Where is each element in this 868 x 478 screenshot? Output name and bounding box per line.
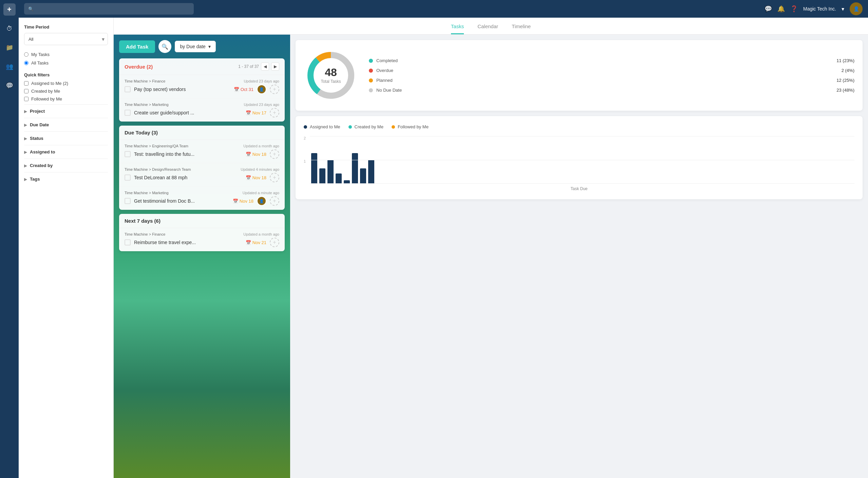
- search-bar[interactable]: 🔍: [24, 3, 194, 15]
- company-name: Magic Tech Inc.: [803, 6, 836, 12]
- help-icon[interactable]: ❓: [790, 5, 798, 13]
- task-content: Add Task 🔍 by Due date ▾: [114, 35, 290, 261]
- task-item: Time Machine > Finance Updated 23 days a…: [119, 75, 285, 98]
- due-date-text: Nov 21: [252, 240, 266, 245]
- top-bar: 🔍 💬 🔔 ❓ Magic Tech Inc. ▾ 👤: [19, 0, 868, 18]
- created-by-me-filter[interactable]: Created by Me: [24, 89, 108, 94]
- due-date-text: Nov 18: [252, 152, 266, 157]
- stats-column: 48 Total Tasks Completed 11 (23%): [290, 35, 868, 478]
- task-checkbox[interactable]: [125, 174, 131, 181]
- gridline-bottom: [310, 183, 854, 184]
- task-name: Test: travelling into the futu...: [134, 151, 242, 157]
- people-icon[interactable]: 👥: [3, 60, 16, 73]
- search-tasks-button[interactable]: 🔍: [158, 40, 171, 53]
- task-item: Time Machine > Marketing Updated 23 days…: [119, 98, 285, 122]
- created-by-me-checkbox[interactable]: [24, 89, 29, 93]
- assigned-to-filter-section[interactable]: ▶ Assigned to: [24, 145, 108, 159]
- task-toolbar: Add Task 🔍 by Due date ▾: [119, 40, 285, 53]
- assignee-placeholder[interactable]: +: [270, 196, 279, 206]
- time-period-label: Time Period: [24, 24, 108, 30]
- add-button[interactable]: +: [3, 3, 16, 16]
- tags-filter-label: Tags: [30, 177, 40, 182]
- assignee-placeholder[interactable]: +: [270, 85, 279, 94]
- task-row: Create user guide/support ... 📅 Nov 17 +: [125, 108, 279, 117]
- assignee-placeholder[interactable]: +: [270, 108, 279, 117]
- task-checkbox[interactable]: [125, 239, 131, 245]
- total-tasks-label: Total Tasks: [321, 79, 341, 84]
- assignee-placeholder[interactable]: +: [270, 149, 279, 159]
- followed-by-me-label: Followed by Me: [31, 96, 62, 102]
- followed-by-me-filter[interactable]: Followed by Me: [24, 96, 108, 102]
- sort-dropdown[interactable]: by Due date ▾: [175, 41, 216, 52]
- sidebar: Time Period All Today This Week This Mon…: [19, 18, 114, 478]
- add-task-button[interactable]: Add Task: [119, 40, 155, 53]
- tab-tasks[interactable]: Tasks: [451, 23, 464, 34]
- project-filter-label: Project: [30, 109, 45, 114]
- project-filter-section[interactable]: ▶ Project: [24, 104, 108, 118]
- time-period-select[interactable]: All Today This Week This Month: [24, 33, 108, 45]
- due-date-text: Nov 17: [252, 110, 266, 115]
- task-due-date: 📅 Oct 31: [234, 87, 253, 92]
- overdue-dot: [369, 69, 373, 73]
- pagination-next-button[interactable]: ▶: [271, 62, 279, 71]
- sort-label: by Due date: [180, 44, 206, 49]
- assigned-to-me-filter[interactable]: Assigned to Me (2): [24, 81, 108, 86]
- assignee-placeholder[interactable]: +: [270, 238, 279, 247]
- home-icon[interactable]: ⏱: [3, 22, 16, 35]
- y-label-1: 1: [304, 159, 306, 163]
- task-checkbox[interactable]: [125, 198, 131, 204]
- task-checkbox[interactable]: [125, 151, 131, 157]
- bar-legend-assigned: Assigned to Me: [304, 124, 340, 129]
- created-by-filter-section[interactable]: ▶ Created by: [24, 159, 108, 172]
- notifications-icon[interactable]: 🔔: [777, 5, 785, 13]
- task-updated: Updated 23 days ago: [244, 103, 279, 107]
- followed-by-me-checkbox[interactable]: [24, 97, 29, 101]
- task-row: Test: travelling into the futu... 📅 Nov …: [125, 149, 279, 159]
- planned-label: Planned: [376, 78, 833, 83]
- status-filter-label: Status: [30, 136, 43, 141]
- task-path: Time Machine > Finance: [125, 79, 165, 83]
- task-updated: Updated a month ago: [243, 232, 279, 236]
- two-col-layout: Add Task 🔍 by Due date ▾: [114, 35, 868, 478]
- status-filter-section[interactable]: ▶ Status: [24, 131, 108, 145]
- dropdown-arrow-icon[interactable]: ▾: [842, 6, 844, 12]
- total-tasks-number: 48: [321, 67, 341, 78]
- task-meta: Time Machine > Finance Updated 23 days a…: [125, 79, 279, 83]
- my-tasks-label: My Tasks: [31, 52, 50, 57]
- messages-icon[interactable]: 💬: [765, 5, 772, 13]
- calendar-icon: 📅: [246, 110, 251, 115]
- left-navigation: + ⏱ 📁 👥 💬: [0, 0, 19, 478]
- task-name: Get testimonial from Doc B...: [134, 198, 229, 204]
- assignee-placeholder[interactable]: +: [270, 173, 279, 182]
- task-checkbox[interactable]: [125, 110, 131, 116]
- task-checkbox[interactable]: [125, 86, 131, 92]
- due-date-filter-section[interactable]: ▶ Due Date: [24, 118, 108, 131]
- user-avatar[interactable]: 👤: [850, 2, 863, 15]
- all-tasks-radio-input[interactable]: [24, 61, 29, 65]
- bar-chart-card: Assigned to Me Created by Me Followed by…: [296, 116, 863, 199]
- due-today-group-title: Due Today (3): [125, 130, 158, 135]
- assigned-to-me-checkbox[interactable]: [24, 81, 29, 86]
- bar-legend-followed: Followed by Me: [392, 124, 429, 129]
- task-path: Time Machine > Marketing: [125, 103, 169, 107]
- my-tasks-radio[interactable]: My Tasks: [24, 52, 108, 57]
- task-due-date: 📅 Nov 21: [246, 240, 266, 245]
- overdue-count: 2 (4%): [842, 68, 854, 73]
- search-tasks-icon: 🔍: [162, 43, 168, 50]
- all-tasks-radio[interactable]: All Tasks: [24, 60, 108, 66]
- tab-calendar[interactable]: Calendar: [477, 23, 498, 34]
- due-today-task-group: Due Today (3) Time Machine > Engineering…: [119, 126, 285, 210]
- pagination-prev-button[interactable]: ◀: [261, 62, 269, 71]
- task-row: Pay (top secret) vendors 📅 Oct 31 👤 +: [125, 85, 279, 94]
- task-pagination: 1 - 37 of 37 ◀ ▶: [238, 62, 279, 71]
- folder-icon[interactable]: 📁: [3, 41, 16, 54]
- legend-item-completed: Completed 11 (23%): [369, 58, 854, 63]
- task-list-column: Add Task 🔍 by Due date ▾: [114, 35, 290, 478]
- task-path: Time Machine > Design/Research Team: [125, 167, 191, 171]
- chat-icon[interactable]: 💬: [3, 79, 16, 92]
- created-by-chevron-icon: ▶: [24, 163, 27, 168]
- tags-filter-section[interactable]: ▶ Tags: [24, 172, 108, 186]
- my-tasks-radio-input[interactable]: [24, 52, 29, 57]
- tab-timeline[interactable]: Timeline: [512, 23, 531, 34]
- nodue-label: No Due Date: [376, 88, 833, 93]
